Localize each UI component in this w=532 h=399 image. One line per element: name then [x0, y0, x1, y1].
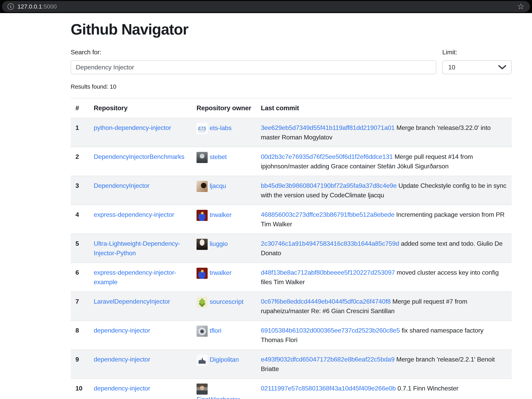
row-index: 5	[71, 234, 89, 263]
results-table-body: 1 python-dependency-injector ets-labs 3e…	[71, 118, 512, 399]
row-index: 6	[71, 263, 89, 292]
owner-link[interactable]: ets-labs	[210, 124, 231, 132]
repo-link[interactable]: python-dependency-injector	[94, 124, 171, 131]
row-index: 4	[71, 205, 89, 234]
repo-link[interactable]: dependency-injector	[94, 356, 150, 363]
repo-link[interactable]: DependencyInjectorBenchmarks	[94, 153, 184, 160]
url-host: 127.0.0.1	[18, 3, 42, 10]
digipolitan-avatar	[196, 355, 208, 366]
row-index: 7	[71, 292, 89, 321]
ets-avatar	[196, 123, 208, 134]
commit-message: 0.7.1 Finn Winchester	[397, 385, 458, 392]
owner-link[interactable]: tflori	[210, 327, 221, 334]
repo-link[interactable]: dependency-injector	[94, 327, 150, 334]
table-row: 7 LaravelDependencyInjector sourcescript…	[71, 292, 512, 321]
header-repository: Repository	[89, 98, 192, 118]
row-index: 3	[71, 176, 89, 205]
trwalker-avatar	[196, 268, 208, 279]
owner-link[interactable]: FinnWinchester	[196, 396, 240, 399]
header-repository-owner: Repository owner	[192, 98, 256, 118]
repo-link[interactable]: express-dependency-injector	[94, 211, 174, 218]
page-title: Github Navigator	[71, 20, 512, 38]
commit-hash-link[interactable]: 00d2b3c7e76935d76f25ee50f6d1f2ef6ddce131	[261, 153, 393, 160]
repo-link[interactable]: LaravelDependencyInjector	[94, 298, 170, 305]
commit-hash-link[interactable]: d48f13be8ac712abf80bbeeee5f120227d253097	[261, 269, 395, 276]
row-index: 8	[71, 321, 89, 350]
search-group: Search for:	[71, 49, 436, 74]
row-index: 9	[71, 350, 89, 379]
table-header-row: # Repository Repository owner Last commi…	[71, 98, 512, 118]
header-last-commit: Last commit	[256, 98, 512, 118]
limit-select[interactable]: 10	[442, 60, 512, 74]
table-row: 10 dependency-injector FinnWinchester 02…	[71, 379, 512, 399]
commit-hash-link[interactable]: 02111997e57c85801368f43a10d45f409e266e0b	[261, 385, 396, 392]
commit-hash-link[interactable]: 3ee629eb5d7349d55f41b119aff81dd219071a01	[261, 124, 395, 131]
row-index: 2	[71, 147, 89, 176]
repo-link[interactable]: DependencyInjector	[94, 182, 150, 189]
results-count: Results found: 10	[71, 83, 512, 90]
commit-hash-link[interactable]: 468856003c273dffce23b86791fbbe512a8ebede	[261, 211, 394, 218]
repo-link[interactable]: express-dependency-injector-example	[94, 269, 176, 286]
repo-link[interactable]: dependency-injector	[94, 385, 150, 392]
stebet-avatar	[196, 152, 208, 163]
commit-hash-link[interactable]: 2c30746c1a91b4947583416c833b1644a85c759d	[261, 240, 399, 247]
row-index: 10	[71, 379, 89, 399]
search-form: Search for: Limit: 10	[71, 49, 512, 74]
limit-label: Limit:	[442, 49, 512, 56]
search-label: Search for:	[71, 49, 436, 56]
search-input[interactable]	[71, 60, 436, 74]
limit-group: Limit: 10	[442, 49, 512, 74]
table-row: 9 dependency-injector Digipolitan e493f9…	[71, 350, 512, 379]
owner-link[interactable]: liuggio	[210, 240, 228, 247]
table-row: 4 express-dependency-injector trwalker 4…	[71, 205, 512, 234]
trwalker-avatar	[196, 210, 208, 221]
row-index: 1	[71, 118, 89, 147]
table-row: 5 Ultra-Lightweight-Dependency-Injector-…	[71, 234, 512, 263]
table-row: 8 dependency-injector tflori 69105384b61…	[71, 321, 512, 350]
page-content: Github Navigator Search for: Limit: 10 R…	[71, 20, 512, 399]
browser-url-bar[interactable]: 127.0.0.1:5000	[2, 1, 530, 12]
owner-link[interactable]: sourcescript	[210, 298, 243, 305]
header-index: #	[71, 98, 89, 118]
commit-hash-link[interactable]: e493f9032dfcd65047172b682e8b6eaf22c5bda9	[261, 356, 395, 363]
owner-link[interactable]: trwalker	[210, 269, 231, 276]
commit-hash-link[interactable]: 69105384b61032d000365ee737cd2523b260c8e5	[261, 327, 400, 334]
ljacqu-avatar	[196, 181, 208, 192]
owner-link[interactable]: ljacqu	[210, 183, 226, 190]
table-row: 6 express-dependency-injector-example tr…	[71, 263, 512, 292]
table-row: 3 DependencyInjector ljacqu bb45d9e3b986…	[71, 176, 512, 205]
commit-hash-link[interactable]: bb45d9e3b98608047190bf72a95fa9a37d8c4e9e	[261, 182, 397, 189]
owner-link[interactable]: Digipolitan	[210, 356, 239, 363]
owner-link[interactable]: trwalker	[210, 211, 231, 219]
star-icon[interactable]	[517, 2, 525, 11]
tflori-avatar	[196, 326, 208, 337]
table-row: 1 python-dependency-injector ets-labs 3e…	[71, 118, 512, 147]
commit-hash-link[interactable]: 0c67f6be8eddcd4449eb4044f5df0ca26f4740f8	[261, 298, 391, 305]
owner-link[interactable]: stebet	[210, 153, 227, 161]
sourcescript-avatar	[196, 297, 208, 308]
repo-link[interactable]: Ultra-Lightweight-Dependency-Injector-Py…	[94, 240, 180, 257]
liuggio-avatar	[196, 239, 208, 250]
finnwinchester-avatar	[196, 384, 208, 395]
url-port: :5000	[42, 3, 57, 10]
info-icon[interactable]	[7, 3, 14, 10]
table-row: 2 DependencyInjectorBenchmarks stebet 00…	[71, 147, 512, 176]
results-table: # Repository Repository owner Last commi…	[71, 98, 512, 399]
browser-chrome: 127.0.0.1:5000	[0, 0, 532, 13]
